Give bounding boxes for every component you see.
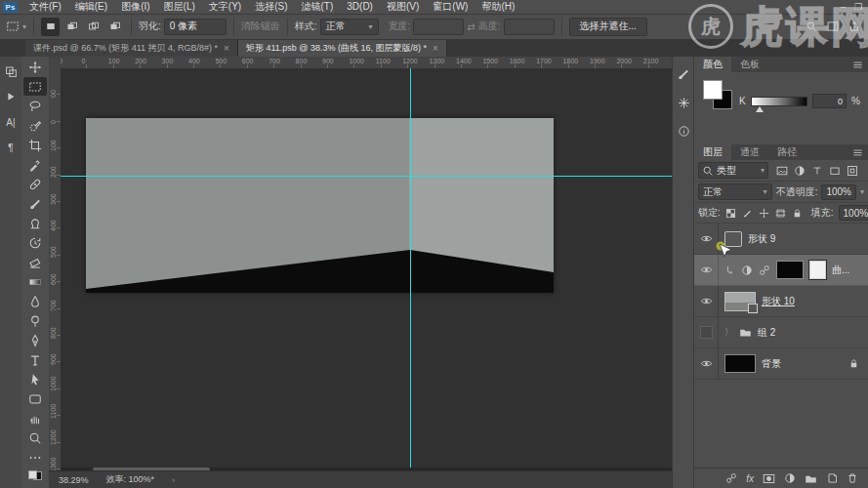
menu-item-4[interactable]: 文字(Y) [202,0,248,14]
shape-layer-filter-icon[interactable] [829,165,841,177]
vertical-guide[interactable] [410,68,411,468]
layer-visibility-toggle[interactable] [694,224,719,254]
layer-row-1[interactable]: 曲... [694,255,868,286]
fill-input[interactable]: 100% [839,205,868,221]
blend-mode-select[interactable]: 正常 ▾ [698,183,772,200]
rectangular-marquee-tool[interactable] [23,77,47,96]
menu-item-9[interactable]: 窗口(W) [426,0,475,14]
lock-image-pixels-icon[interactable] [742,208,753,219]
menu-item-1[interactable]: 编辑(E) [68,0,114,14]
feather-input[interactable]: 0 像素 [164,19,227,35]
lock-all-icon[interactable] [792,208,803,219]
group-expander-icon[interactable]: 〉 [724,326,733,339]
menu-item-8[interactable]: 视图(V) [380,0,426,14]
pixel-layer-filter-icon[interactable] [776,165,788,177]
k-value-input[interactable]: 0 [812,94,847,108]
tab-paths[interactable]: 路径 [768,144,806,160]
search-icon[interactable] [806,20,817,32]
new-group-icon[interactable] [805,472,817,485]
smart-object-filter-icon[interactable] [847,165,858,177]
layer-visibility-toggle[interactable] [694,348,719,379]
adjustments-panel-icon[interactable] [673,92,694,113]
k-slider[interactable] [751,97,807,106]
zoom-level[interactable]: 38.29% [59,475,89,485]
tab-color[interactable]: 颜色 [694,57,731,72]
opacity-input[interactable]: 100% [821,184,856,200]
new-selection-button[interactable] [41,18,60,36]
shape-tool[interactable] [23,389,47,408]
quick-selection-tool[interactable] [23,116,47,135]
lasso-tool[interactable] [23,97,47,115]
canvas[interactable] [61,68,672,468]
select-and-mask-button[interactable]: 选择并遮住... [569,18,647,36]
status-chevron-icon[interactable]: › [172,475,175,485]
layer-name[interactable]: 背景 [762,357,781,371]
link-layers-icon[interactable] [725,472,737,484]
delete-layer-icon[interactable] [847,472,858,484]
eyedropper-tool[interactable] [23,155,47,174]
move-tool[interactable] [23,58,47,76]
menu-item-10[interactable]: 帮助(H) [475,0,521,14]
tool-preset-chevron-icon[interactable]: ▾ [22,22,26,31]
layer-name[interactable]: 形状 10 [762,295,795,308]
menu-item-2[interactable]: 图像(I) [114,0,156,14]
intersect-selection-button[interactable] [105,18,124,36]
clone-stamp-tool[interactable] [23,214,47,232]
new-adjustment-layer-icon[interactable] [784,472,796,484]
tab-channels[interactable]: 通道 [731,144,768,160]
adjustment-layer-filter-icon[interactable] [794,165,806,177]
pen-tool[interactable] [23,331,47,349]
minimize-button[interactable]: – [841,2,846,12]
menu-item-0[interactable]: 文件(F) [22,0,68,14]
layer-row-2[interactable]: 形状 10 [694,286,868,317]
menu-item-6[interactable]: 滤镜(T) [295,0,341,14]
document-tab-1[interactable]: 矩形 411.psb @ 38.3% (曲线 16, 图层蒙版/8) *× [238,40,447,57]
lock-transparent-pixels-icon[interactable] [725,208,736,219]
layer-row-0[interactable]: 形状 9 [694,224,868,255]
restore-button[interactable]: ❒ [854,2,862,12]
history-panel-icon[interactable] [0,61,21,82]
tab-swatches[interactable]: 色板 [731,57,768,72]
tool-preset-icon[interactable] [6,20,20,33]
layer-mask-thumbnail[interactable] [809,261,826,279]
layer-visibility-toggle[interactable] [694,317,719,347]
layer-visibility-toggle[interactable] [694,255,719,285]
layer-thumbnail[interactable] [724,354,756,373]
type-tool[interactable] [23,350,47,369]
document-tab-0[interactable]: 课件.psd @ 66.7% (矩形 411 拷贝 4, RGB/8#) *× [25,40,238,57]
dodge-tool[interactable] [23,311,47,330]
panel-menu-icon[interactable] [852,144,868,160]
history-brush-tool[interactable] [23,233,47,252]
layer-name[interactable]: 组 2 [758,326,775,340]
layer-row-3[interactable]: 〉组 2 [694,317,868,348]
panel-menu-icon[interactable] [852,57,868,72]
crop-tool[interactable] [23,136,47,154]
healing-brush-tool[interactable] [23,175,47,193]
chevron-down-icon[interactable]: ▾ [860,187,864,196]
filter-type-select[interactable]: 类型 ▾ [698,162,768,179]
menu-item-3[interactable]: 图层(L) [157,0,202,14]
layer-thumbnail[interactable] [724,231,742,247]
actions-panel-icon[interactable] [0,86,21,107]
eraser-tool[interactable] [23,253,47,271]
visibility-empty-box[interactable] [700,326,713,339]
menu-item-7[interactable]: 3D(D) [340,0,380,14]
add-to-selection-button[interactable] [62,18,81,36]
layer-row-4[interactable]: 背景 [694,348,868,380]
default-swatches-icon[interactable] [28,470,42,480]
brush-settings-panel-icon[interactable] [673,63,694,85]
menu-item-5[interactable]: 选择(S) [248,0,294,14]
foreground-color-swatch[interactable] [703,80,723,100]
k-slider-thumb[interactable] [756,106,764,112]
layer-visibility-toggle[interactable] [694,286,719,316]
share-icon[interactable] [848,20,860,32]
info-panel-icon[interactable] [673,120,694,142]
brush-tool[interactable] [23,194,47,213]
tab-close-button[interactable]: × [433,43,438,54]
lock-position-icon[interactable] [759,208,769,219]
adjustment-thumbnail[interactable] [776,261,804,279]
layer-style-fx-icon[interactable]: fx [746,473,754,484]
style-select[interactable]: 正常 ▾ [320,19,379,35]
tab-close-button[interactable]: × [224,43,229,54]
workspace-icon[interactable] [827,20,839,32]
